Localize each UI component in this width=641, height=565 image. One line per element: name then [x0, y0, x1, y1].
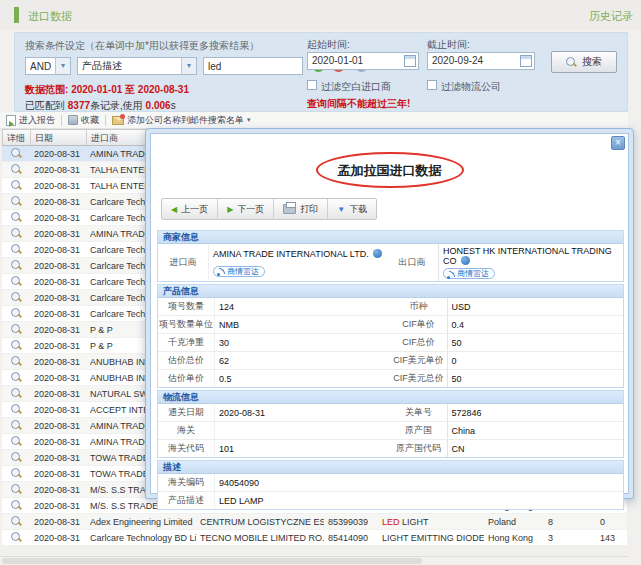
col-header-date[interactable]: 日期	[31, 130, 87, 145]
magnifier-icon[interactable]	[11, 180, 22, 191]
date-cell: 2020-08-31	[30, 514, 86, 529]
calendar-icon[interactable]	[520, 55, 532, 67]
magnifier-icon[interactable]	[11, 292, 22, 303]
globe-icon[interactable]	[373, 249, 382, 258]
magnifier-icon[interactable]	[11, 324, 22, 335]
history-link[interactable]: 历史记录	[589, 9, 633, 24]
magnifier-icon[interactable]	[11, 372, 22, 383]
magnifier-icon[interactable]	[11, 388, 22, 399]
date-cell: 2020-08-31	[30, 226, 86, 241]
field-value: 0.5	[214, 370, 391, 387]
radar-badge-exporter[interactable]: 商情雷达	[443, 268, 495, 279]
detail-cell	[2, 306, 30, 321]
date-cell: 2020-08-31	[30, 274, 86, 289]
exporter-name[interactable]: HONEST HK INTERNATIONAL TRADING CO	[443, 246, 619, 266]
data-range-line: 数据范围: 2020-01-01 至 2020-08-31	[25, 83, 189, 97]
bool-operator-select[interactable]: AND ▾	[25, 57, 71, 75]
magnifier-icon[interactable]	[11, 276, 22, 287]
section-logistics-rows: 通关日期2020-08-31关单号572846海关原产国China海关代码101…	[158, 404, 623, 457]
magnifier-icon[interactable]	[11, 468, 22, 479]
amount-cell: 143	[578, 530, 627, 545]
section-merchant-title: 商家信息	[158, 231, 623, 244]
filter-logistics-checkbox[interactable]	[427, 80, 437, 90]
detail-row: 项号数量124币种USD	[158, 298, 623, 316]
magnifier-icon[interactable]	[11, 452, 22, 463]
field-value: LED LAMP	[214, 492, 623, 509]
start-date-input[interactable]: 2020-01-01	[307, 52, 419, 70]
filter-logistics-label: 过滤物流公司	[441, 80, 501, 94]
magnifier-icon[interactable]	[11, 356, 22, 367]
radar-badge-importer[interactable]: 商情雷达	[213, 266, 265, 277]
magnifier-icon[interactable]	[11, 532, 22, 543]
end-date-input[interactable]: 2020-09-24	[427, 52, 535, 70]
enter-report-button[interactable]: 进入报告	[0, 112, 61, 128]
magnifier-icon[interactable]	[11, 148, 22, 159]
field-label: 项号数量单位	[158, 316, 214, 333]
end-date-value: 2020-09-24	[432, 55, 483, 66]
keyword-input[interactable]	[203, 57, 303, 75]
field-label: CIF美元总价	[391, 370, 447, 387]
magnifier-icon[interactable]	[11, 340, 22, 351]
magnifier-icon[interactable]	[11, 420, 22, 431]
radar-badge-label: 商情雷达	[457, 268, 489, 279]
next-page-button[interactable]: ▶ 下一页	[218, 199, 274, 219]
magnifier-icon[interactable]	[11, 164, 22, 175]
globe-icon[interactable]	[461, 256, 470, 265]
chevron-down-icon[interactable]: ▾	[247, 116, 251, 124]
print-button[interactable]: 打印	[274, 199, 328, 219]
detail-cell	[2, 450, 30, 465]
col-header-detail[interactable]: 详细	[3, 130, 31, 145]
magnifier-icon[interactable]	[11, 516, 22, 527]
search-button[interactable]: 搜索	[551, 51, 617, 73]
field-label: 项号数量	[158, 298, 214, 315]
table-row[interactable]: 2020-08-31Carlcare Technology BD Limited…	[2, 530, 627, 546]
detail-row: 估价总价62CIF美元单价0	[158, 352, 623, 370]
magnifier-icon[interactable]	[11, 260, 22, 271]
magnifier-icon[interactable]	[11, 484, 22, 495]
close-icon[interactable]: ×	[611, 136, 625, 150]
filter-blank-importer-checkbox[interactable]	[307, 80, 317, 90]
favorite-icon	[68, 115, 78, 125]
importer-name[interactable]: AMINA TRADE INTERNATIONAL LTD.	[213, 249, 382, 259]
prev-page-button[interactable]: ◀ 上一页	[162, 199, 218, 219]
field-value: 50	[447, 334, 624, 351]
calendar-icon[interactable]	[404, 55, 416, 67]
chevron-down-icon[interactable]: ▾	[181, 58, 196, 74]
chevron-down-icon[interactable]: ▾	[55, 58, 70, 74]
detail-cell	[2, 418, 30, 433]
filter-blank-importer-label: 过滤空白进口商	[321, 80, 391, 94]
date-cell: 2020-08-31	[30, 162, 86, 177]
field-value	[214, 422, 391, 439]
add-to-mail-list-button[interactable]: 添加公司名称到邮件搜索名单 ▾	[106, 112, 257, 128]
download-button[interactable]: ▼ 下载	[328, 199, 376, 219]
field-label: 海关	[158, 422, 214, 439]
date-cell: 2020-08-31	[30, 146, 86, 161]
field-label: 原产国	[391, 422, 447, 439]
magnifier-icon[interactable]	[11, 212, 22, 223]
hs-code-cell: 85399039	[324, 514, 378, 529]
magnifier-icon[interactable]	[11, 244, 22, 255]
start-date-value: 2020-01-01	[312, 55, 363, 66]
search-field-select[interactable]: 产品描述 ▾	[77, 57, 197, 75]
detail-cell	[2, 178, 30, 193]
magnifier-icon[interactable]	[11, 436, 22, 447]
magnifier-icon[interactable]	[11, 228, 22, 239]
arrow-left-icon: ◀	[171, 205, 177, 214]
date-cell: 2020-08-31	[30, 482, 86, 497]
detail-cell	[2, 274, 30, 289]
section-product-rows: 项号数量124币种USD项号数量单位NMBCIF单价0.4千克净重30CIF总价…	[158, 298, 623, 387]
field-label: 通关日期	[158, 404, 214, 421]
horizontal-scrollbar[interactable]	[0, 556, 628, 565]
magnifier-icon[interactable]	[11, 500, 22, 511]
scrollbar-thumb[interactable]	[2, 558, 422, 564]
exporter-cell: CENTRUM LOGISTYCZNE ES-...	[196, 514, 324, 529]
magnifier-icon[interactable]	[11, 196, 22, 207]
magnifier-icon[interactable]	[11, 308, 22, 319]
country-cell: Poland	[484, 514, 544, 529]
detail-cell	[2, 498, 30, 513]
table-row[interactable]: 2020-08-31Adex Engineering LimitedCENTRU…	[2, 514, 627, 530]
magnifier-icon[interactable]	[11, 404, 22, 415]
merchant-row: 进口商 AMINA TRADE INTERNATIONAL LTD. 商情雷达 …	[158, 244, 623, 281]
favorite-button[interactable]: 收藏	[62, 112, 105, 128]
exporter-label: 出口商	[386, 244, 438, 281]
